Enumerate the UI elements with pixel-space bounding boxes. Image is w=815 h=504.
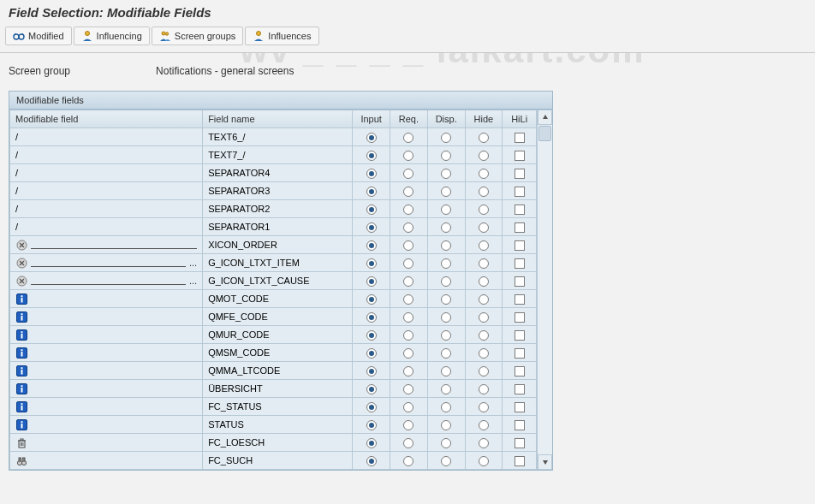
hide-radio[interactable] bbox=[479, 169, 489, 179]
modifiable-field-cell[interactable]: / bbox=[10, 164, 202, 181]
disp-radio[interactable] bbox=[441, 240, 451, 251]
req-radio[interactable] bbox=[403, 402, 413, 412]
field-name-cell[interactable]: SEPARATOR1 bbox=[203, 218, 352, 235]
col-hide[interactable]: Hide bbox=[465, 110, 503, 128]
input-radio[interactable] bbox=[366, 205, 377, 215]
field-name-cell[interactable]: FC_SUCH bbox=[203, 452, 352, 469]
input-radio[interactable] bbox=[366, 240, 377, 251]
hide-radio[interactable] bbox=[479, 384, 489, 394]
disp-radio[interactable] bbox=[441, 330, 451, 341]
hili-checkbox[interactable] bbox=[515, 205, 525, 215]
field-name-cell[interactable]: FC_LOESCH bbox=[203, 434, 352, 451]
col-hili[interactable]: HiLi bbox=[503, 110, 537, 128]
modifiable-field-cell[interactable] bbox=[10, 290, 202, 307]
hili-checkbox[interactable] bbox=[515, 366, 525, 377]
modifiable-field-cell[interactable] bbox=[10, 452, 202, 469]
disp-radio[interactable] bbox=[441, 258, 451, 269]
input-radio[interactable] bbox=[366, 348, 377, 359]
disp-radio[interactable] bbox=[441, 151, 451, 161]
input-radio[interactable] bbox=[366, 133, 377, 143]
input-radio[interactable] bbox=[366, 312, 377, 323]
req-radio[interactable] bbox=[403, 222, 413, 233]
field-name-cell[interactable]: TEXT7_/ bbox=[203, 146, 352, 163]
hide-radio[interactable] bbox=[479, 420, 489, 430]
req-radio[interactable] bbox=[403, 151, 413, 161]
field-name-cell[interactable]: TEXT6_/ bbox=[203, 128, 352, 145]
field-name-cell[interactable]: QMFE_CODE bbox=[203, 308, 352, 325]
input-radio[interactable] bbox=[366, 402, 377, 412]
modifiable-field-cell[interactable] bbox=[10, 236, 202, 253]
req-radio[interactable] bbox=[403, 456, 413, 466]
field-name-cell[interactable]: FC_STATUS bbox=[203, 398, 352, 415]
disp-radio[interactable] bbox=[441, 420, 451, 430]
input-radio[interactable] bbox=[366, 187, 377, 197]
hide-radio[interactable] bbox=[479, 222, 489, 233]
hili-checkbox[interactable] bbox=[515, 384, 525, 394]
input-radio[interactable] bbox=[366, 366, 377, 377]
modifiable-field-cell[interactable]: / bbox=[10, 182, 202, 199]
hide-radio[interactable] bbox=[479, 348, 489, 359]
input-radio[interactable] bbox=[366, 294, 377, 305]
scroll-up-button[interactable] bbox=[538, 110, 552, 125]
req-radio[interactable] bbox=[403, 187, 413, 197]
input-radio[interactable] bbox=[366, 330, 377, 341]
hili-checkbox[interactable] bbox=[515, 438, 525, 448]
input-radio[interactable] bbox=[366, 169, 377, 179]
field-name-cell[interactable]: QMMA_LTCODE bbox=[203, 362, 352, 379]
hili-checkbox[interactable] bbox=[515, 402, 525, 412]
hide-radio[interactable] bbox=[479, 456, 489, 466]
influencing-button[interactable]: Influencing bbox=[74, 27, 150, 45]
col-field-name[interactable]: Field name bbox=[203, 110, 353, 128]
hide-radio[interactable] bbox=[479, 276, 489, 287]
req-radio[interactable] bbox=[403, 133, 413, 143]
field-name-cell[interactable]: QMSM_CODE bbox=[203, 344, 352, 361]
disp-radio[interactable] bbox=[441, 222, 451, 233]
modifiable-field-cell[interactable]: ... bbox=[10, 272, 202, 289]
field-name-cell[interactable]: SEPARATOR4 bbox=[203, 164, 352, 181]
hide-radio[interactable] bbox=[479, 330, 489, 341]
modifiable-field-cell[interactable] bbox=[10, 398, 202, 415]
disp-radio[interactable] bbox=[441, 205, 451, 215]
hide-radio[interactable] bbox=[479, 312, 489, 323]
field-name-cell[interactable]: G_ICON_LTXT_CAUSE bbox=[203, 272, 352, 289]
input-radio[interactable] bbox=[366, 384, 377, 394]
col-disp[interactable]: Disp. bbox=[427, 110, 465, 128]
hili-checkbox[interactable] bbox=[515, 330, 525, 341]
hili-checkbox[interactable] bbox=[515, 222, 525, 233]
modifiable-field-cell[interactable] bbox=[10, 380, 202, 397]
modifiable-field-cell[interactable] bbox=[10, 434, 202, 451]
input-radio[interactable] bbox=[366, 276, 377, 287]
input-radio[interactable] bbox=[366, 151, 377, 161]
hide-radio[interactable] bbox=[479, 151, 489, 161]
scroll-down-button[interactable] bbox=[538, 454, 552, 470]
hide-radio[interactable] bbox=[479, 133, 489, 143]
hili-checkbox[interactable] bbox=[515, 456, 525, 466]
req-radio[interactable] bbox=[403, 240, 413, 251]
field-name-cell[interactable]: QMUR_CODE bbox=[203, 326, 352, 343]
scroll-thumb[interactable] bbox=[538, 126, 551, 141]
hili-checkbox[interactable] bbox=[515, 258, 525, 269]
modifiable-field-cell[interactable] bbox=[10, 326, 202, 343]
scroll-track[interactable] bbox=[538, 125, 552, 454]
input-radio[interactable] bbox=[366, 222, 377, 233]
req-radio[interactable] bbox=[403, 438, 413, 448]
hide-radio[interactable] bbox=[479, 366, 489, 377]
hili-checkbox[interactable] bbox=[515, 276, 525, 287]
req-radio[interactable] bbox=[403, 384, 413, 394]
hide-radio[interactable] bbox=[479, 438, 489, 448]
input-radio[interactable] bbox=[366, 420, 377, 430]
hide-radio[interactable] bbox=[479, 205, 489, 215]
req-radio[interactable] bbox=[403, 348, 413, 359]
hide-radio[interactable] bbox=[479, 187, 489, 197]
hili-checkbox[interactable] bbox=[515, 348, 525, 359]
field-name-cell[interactable]: SEPARATOR3 bbox=[203, 182, 352, 199]
hili-checkbox[interactable] bbox=[515, 294, 525, 305]
hide-radio[interactable] bbox=[479, 240, 489, 251]
disp-radio[interactable] bbox=[441, 366, 451, 377]
hide-radio[interactable] bbox=[479, 402, 489, 412]
req-radio[interactable] bbox=[403, 258, 413, 269]
modifiable-field-cell[interactable] bbox=[10, 362, 202, 379]
disp-radio[interactable] bbox=[441, 294, 451, 305]
modifiable-field-cell[interactable] bbox=[10, 308, 202, 325]
disp-radio[interactable] bbox=[441, 187, 451, 197]
